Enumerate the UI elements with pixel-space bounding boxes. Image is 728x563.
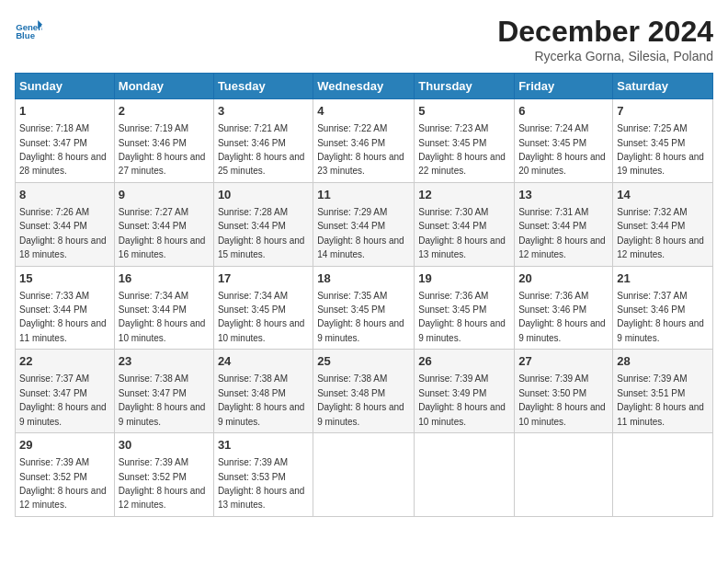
day-sunrise: Sunrise: 7:39 AM (119, 457, 188, 467)
calendar-cell: 19 Sunrise: 7:36 AM Sunset: 3:45 PM Dayl… (415, 266, 515, 350)
day-sunset: Sunset: 3:45 PM (518, 138, 586, 148)
day-number: 8 (19, 187, 110, 203)
calendar-header-day: Monday (114, 74, 213, 99)
day-daylight: Daylight: 8 hours and 9 minutes. (518, 318, 606, 342)
day-sunset: Sunset: 3:46 PM (317, 138, 385, 148)
day-daylight: Daylight: 8 hours and 13 minutes. (418, 236, 506, 259)
day-number: 3 (218, 103, 309, 120)
calendar-cell: 1 Sunrise: 7:18 AM Sunset: 3:47 PM Dayli… (16, 99, 115, 183)
day-sunset: Sunset: 3:53 PM (218, 472, 286, 482)
day-sunrise: Sunrise: 7:23 AM (418, 123, 488, 133)
calendar-header-day: Thursday (415, 74, 515, 99)
day-number: 15 (19, 270, 110, 287)
calendar-cell: 4 Sunrise: 7:22 AM Sunset: 3:46 PM Dayli… (313, 99, 415, 183)
day-sunset: Sunset: 3:44 PM (119, 221, 187, 231)
day-daylight: Daylight: 8 hours and 12 minutes. (119, 486, 206, 510)
calendar-week-row: 29 Sunrise: 7:39 AM Sunset: 3:52 PM Dayl… (16, 433, 713, 517)
day-number: 23 (119, 353, 210, 370)
day-sunrise: Sunrise: 7:38 AM (218, 373, 288, 384)
day-sunrise: Sunrise: 7:18 AM (19, 123, 89, 133)
calendar-header-day: Sunday (16, 74, 115, 99)
day-sunset: Sunset: 3:47 PM (19, 138, 87, 148)
day-daylight: Daylight: 8 hours and 15 minutes. (218, 236, 305, 259)
day-number: 28 (617, 353, 709, 370)
calendar-cell: 15 Sunrise: 7:33 AM Sunset: 3:44 PM Dayl… (16, 266, 115, 350)
month-title: December 2024 (497, 15, 713, 49)
day-sunset: Sunset: 3:52 PM (19, 472, 87, 482)
day-number: 1 (19, 103, 110, 120)
day-sunset: Sunset: 3:50 PM (518, 388, 586, 398)
day-sunrise: Sunrise: 7:31 AM (518, 207, 588, 217)
day-sunset: Sunset: 3:46 PM (218, 138, 286, 148)
day-sunset: Sunset: 3:45 PM (418, 138, 486, 148)
location-subtitle: Rycerka Gorna, Silesia, Poland (497, 49, 713, 63)
day-daylight: Daylight: 8 hours and 10 minutes. (418, 402, 506, 426)
day-daylight: Daylight: 8 hours and 18 minutes. (19, 236, 107, 259)
day-number: 2 (119, 103, 210, 120)
day-daylight: Daylight: 8 hours and 9 minutes. (317, 402, 404, 426)
day-daylight: Daylight: 8 hours and 19 minutes. (617, 152, 704, 176)
day-daylight: Daylight: 8 hours and 22 minutes. (418, 152, 506, 176)
calendar-cell: 3 Sunrise: 7:21 AM Sunset: 3:46 PM Dayli… (213, 99, 313, 183)
calendar-cell: 27 Sunrise: 7:39 AM Sunset: 3:50 PM Dayl… (515, 350, 613, 433)
day-number: 12 (418, 187, 510, 203)
calendar-cell: 24 Sunrise: 7:38 AM Sunset: 3:48 PM Dayl… (213, 350, 313, 433)
day-sunset: Sunset: 3:52 PM (119, 472, 187, 482)
day-sunset: Sunset: 3:44 PM (119, 304, 187, 315)
calendar-cell: 14 Sunrise: 7:32 AM Sunset: 3:44 PM Dayl… (613, 182, 713, 266)
day-sunrise: Sunrise: 7:38 AM (317, 373, 387, 384)
day-sunset: Sunset: 3:49 PM (418, 388, 486, 398)
calendar-week-row: 8 Sunrise: 7:26 AM Sunset: 3:44 PM Dayli… (16, 182, 713, 266)
calendar-cell (515, 433, 613, 517)
day-number: 17 (218, 270, 309, 287)
day-sunset: Sunset: 3:44 PM (418, 221, 486, 231)
day-daylight: Daylight: 8 hours and 12 minutes. (19, 486, 107, 510)
day-daylight: Daylight: 8 hours and 12 minutes. (518, 236, 606, 259)
day-sunset: Sunset: 3:48 PM (218, 388, 286, 398)
day-number: 27 (518, 353, 609, 370)
day-sunrise: Sunrise: 7:35 AM (317, 291, 387, 301)
calendar-cell (613, 433, 713, 517)
day-sunrise: Sunrise: 7:24 AM (518, 123, 588, 133)
calendar-cell: 7 Sunrise: 7:25 AM Sunset: 3:45 PM Dayli… (613, 99, 713, 183)
day-sunrise: Sunrise: 7:39 AM (418, 373, 488, 384)
day-daylight: Daylight: 8 hours and 12 minutes. (617, 236, 704, 259)
day-sunset: Sunset: 3:47 PM (119, 388, 187, 398)
calendar-cell: 12 Sunrise: 7:30 AM Sunset: 3:44 PM Dayl… (415, 182, 515, 266)
calendar-cell: 2 Sunrise: 7:19 AM Sunset: 3:46 PM Dayli… (114, 99, 213, 183)
day-sunrise: Sunrise: 7:26 AM (19, 207, 89, 217)
calendar-cell: 6 Sunrise: 7:24 AM Sunset: 3:45 PM Dayli… (515, 99, 613, 183)
day-sunset: Sunset: 3:48 PM (317, 388, 385, 398)
day-number: 11 (317, 187, 410, 203)
calendar-cell (415, 433, 515, 517)
day-sunrise: Sunrise: 7:25 AM (617, 123, 687, 133)
day-number: 24 (218, 353, 309, 370)
day-sunrise: Sunrise: 7:29 AM (317, 207, 387, 217)
calendar-cell: 20 Sunrise: 7:36 AM Sunset: 3:46 PM Dayl… (515, 266, 613, 350)
day-sunset: Sunset: 3:46 PM (119, 138, 187, 148)
calendar-header-day: Friday (515, 74, 613, 99)
day-sunrise: Sunrise: 7:36 AM (518, 291, 588, 301)
day-sunset: Sunset: 3:44 PM (518, 221, 586, 231)
day-daylight: Daylight: 8 hours and 9 minutes. (19, 402, 107, 426)
day-daylight: Daylight: 8 hours and 25 minutes. (218, 152, 305, 176)
calendar-week-row: 22 Sunrise: 7:37 AM Sunset: 3:47 PM Dayl… (16, 350, 713, 433)
calendar-cell: 8 Sunrise: 7:26 AM Sunset: 3:44 PM Dayli… (16, 182, 115, 266)
calendar-week-row: 15 Sunrise: 7:33 AM Sunset: 3:44 PM Dayl… (16, 266, 713, 350)
day-daylight: Daylight: 8 hours and 9 minutes. (119, 402, 206, 426)
calendar-cell: 25 Sunrise: 7:38 AM Sunset: 3:48 PM Dayl… (313, 350, 415, 433)
day-daylight: Daylight: 8 hours and 14 minutes. (317, 236, 404, 259)
calendar-cell: 17 Sunrise: 7:34 AM Sunset: 3:45 PM Dayl… (213, 266, 313, 350)
calendar-header-day: Saturday (613, 74, 713, 99)
day-daylight: Daylight: 8 hours and 9 minutes. (418, 318, 506, 342)
day-daylight: Daylight: 8 hours and 16 minutes. (119, 236, 206, 259)
calendar-cell: 21 Sunrise: 7:37 AM Sunset: 3:46 PM Dayl… (613, 266, 713, 350)
day-number: 20 (518, 270, 609, 287)
calendar-cell: 28 Sunrise: 7:39 AM Sunset: 3:51 PM Dayl… (613, 350, 713, 433)
calendar-table: SundayMondayTuesdayWednesdayThursdayFrid… (15, 73, 713, 517)
day-number: 5 (418, 103, 510, 120)
day-number: 14 (617, 187, 709, 203)
day-sunset: Sunset: 3:46 PM (617, 304, 685, 315)
calendar-body: 1 Sunrise: 7:18 AM Sunset: 3:47 PM Dayli… (16, 99, 713, 517)
day-sunrise: Sunrise: 7:39 AM (218, 457, 288, 467)
